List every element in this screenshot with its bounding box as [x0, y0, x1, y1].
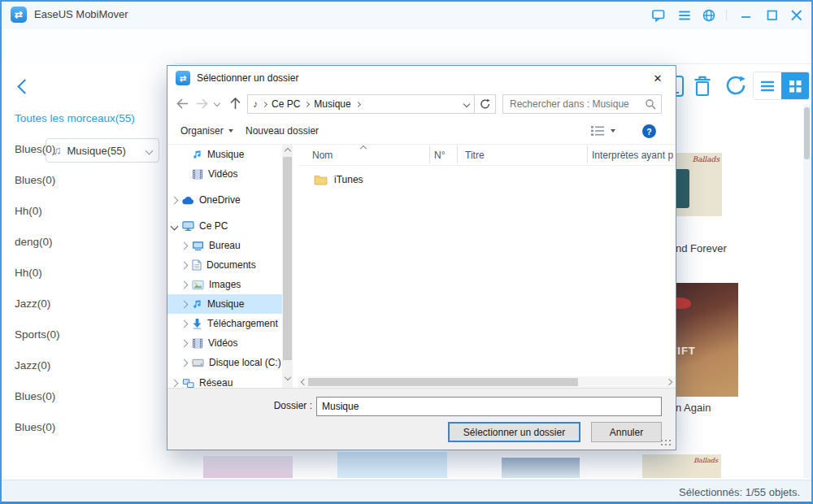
- column-header-interpretes[interactable]: Interprètes ayant p: [592, 150, 673, 161]
- expand-chevron-icon[interactable]: [171, 196, 179, 204]
- breadcrumb[interactable]: ♪ Ce PC Musique: [247, 94, 475, 114]
- delete-trash-icon[interactable]: [691, 73, 714, 98]
- playlist-item[interactable]: Blues(0): [15, 143, 165, 159]
- tree-item-images[interactable]: Images: [181, 275, 241, 294]
- expand-chevron-icon[interactable]: [180, 300, 189, 308]
- breadcrumb-item-musique[interactable]: Musique: [314, 98, 350, 110]
- tree-item-musique-qa[interactable]: Musique: [192, 145, 244, 164]
- cancel-button[interactable]: Annuler: [591, 422, 662, 442]
- address-dropdown-chevron-icon[interactable]: [463, 101, 470, 107]
- column-separator[interactable]: [429, 146, 430, 163]
- playlist-item[interactable]: Jazz(0): [15, 298, 165, 314]
- expand-chevron-icon[interactable]: [180, 241, 189, 250]
- tree-item-disque-c[interactable]: Disque local (C:): [181, 353, 281, 372]
- refresh-icon[interactable]: [724, 74, 747, 97]
- search-input[interactable]: [508, 98, 645, 111]
- download-icon: [192, 318, 202, 329]
- forward-arrow-icon[interactable]: [195, 98, 209, 110]
- back-chevron-icon[interactable]: [17, 79, 32, 93]
- help-button[interactable]: ?: [642, 124, 656, 138]
- expand-chevron-icon[interactable]: [180, 339, 189, 347]
- organize-label: Organiser: [180, 125, 224, 137]
- playlist-item[interactable]: Jazz(0): [15, 359, 165, 376]
- album-art[interactable]: [502, 458, 580, 478]
- folder-name-input[interactable]: [316, 397, 662, 416]
- search-icon[interactable]: [645, 98, 656, 110]
- new-folder-button[interactable]: Nouveau dossier: [246, 125, 319, 137]
- maximize-icon[interactable]: [764, 7, 780, 24]
- album-art[interactable]: [203, 456, 293, 478]
- tree-item-videos-qa[interactable]: Vidéos: [192, 164, 237, 184]
- tree-label: Téléchargement: [207, 318, 278, 329]
- album-art[interactable]: Ballads: [642, 454, 721, 478]
- playlist-item[interactable]: Blues(0): [15, 421, 165, 437]
- tree-item-videos[interactable]: Vidéos: [181, 333, 237, 353]
- song-title-partial[interactable]: n Again: [676, 402, 711, 414]
- film-icon: [192, 169, 203, 180]
- status-bar: Sélectionnés: 1/55 objets.: [0, 480, 813, 504]
- tree-item-documents[interactable]: Documents: [181, 255, 256, 275]
- playlist-item[interactable]: Hh(0): [15, 267, 165, 283]
- dialog-app-glyph: ⇄: [180, 74, 186, 83]
- minimize-icon[interactable]: [738, 7, 754, 24]
- tree-label: Réseau: [199, 377, 233, 388]
- playlist-item[interactable]: Blues(0): [15, 390, 165, 406]
- playlist-item[interactable]: Sports(0): [15, 328, 165, 345]
- dropdown-triangle-icon: [228, 129, 233, 133]
- close-window-icon[interactable]: [789, 7, 805, 24]
- column-header-titre[interactable]: Titre: [465, 150, 485, 161]
- expand-chevron-icon[interactable]: [171, 379, 179, 387]
- select-folder-button[interactable]: Sélectionner un dossier: [448, 422, 580, 442]
- tree-item-reseau[interactable]: Réseau: [172, 373, 233, 388]
- column-header-no[interactable]: N°: [434, 150, 445, 161]
- content-scrollbar-thumb[interactable]: [804, 107, 810, 159]
- tree-item-telechargement[interactable]: Téléchargement: [181, 314, 278, 333]
- tree-scrollbar-thumb[interactable]: [283, 157, 292, 360]
- resize-grip[interactable]: [660, 439, 672, 447]
- expand-chevron-icon[interactable]: [180, 280, 189, 289]
- song-title-partial[interactable]: nd Forever: [676, 242, 727, 254]
- list-view-icon: [759, 79, 776, 93]
- tree-item-onedrive[interactable]: OneDrive: [172, 190, 241, 210]
- folder-icon: [314, 174, 328, 185]
- column-separator[interactable]: [457, 146, 458, 163]
- onedrive-cloud-icon: [182, 196, 194, 205]
- list-hscrollbar-thumb[interactable]: [308, 378, 578, 386]
- tree-item-cepc[interactable]: Ce PC: [172, 216, 228, 236]
- column-header-nom[interactable]: Nom: [312, 150, 333, 161]
- tree-item-bureau[interactable]: Bureau: [181, 236, 241, 255]
- back-arrow-icon[interactable]: [176, 98, 189, 110]
- breadcrumb-separator-icon: [262, 101, 267, 106]
- tree-item-musique-selected[interactable]: Musique: [167, 294, 282, 314]
- playlist-item-all[interactable]: Toutes les morceaux(55): [15, 112, 165, 128]
- refresh-address-button[interactable]: [475, 94, 496, 114]
- organize-menu[interactable]: Organiser: [180, 125, 233, 137]
- album-art[interactable]: [337, 452, 447, 478]
- playlist-item[interactable]: Blues(0): [15, 174, 165, 190]
- tree-label: Vidéos: [208, 337, 237, 349]
- change-view-button[interactable]: [590, 125, 615, 137]
- grid-view-button[interactable]: [781, 72, 809, 99]
- selection-status: Sélectionnés: 1/55 objets.: [679, 486, 800, 498]
- language-globe-icon[interactable]: [701, 7, 717, 24]
- list-view-button[interactable]: [754, 72, 781, 99]
- feedback-chat-icon[interactable]: [650, 7, 667, 24]
- dropdown-triangle-icon: [611, 129, 615, 133]
- playlist-item[interactable]: Hh(0): [15, 205, 165, 221]
- content-scrollbar-track[interactable]: [803, 104, 811, 478]
- up-arrow-icon[interactable]: [229, 97, 241, 111]
- menu-icon[interactable]: [676, 7, 693, 24]
- history-chevron-icon[interactable]: [214, 100, 220, 106]
- expand-chevron-icon[interactable]: [180, 319, 189, 328]
- playlist-item[interactable]: deng(0): [15, 236, 165, 252]
- expand-chevron-icon[interactable]: [180, 358, 189, 367]
- refresh-small-icon: [480, 98, 491, 110]
- computer-icon: [182, 220, 194, 232]
- app-logo-icon: ⇄: [11, 7, 27, 23]
- collapse-chevron-icon[interactable]: [171, 222, 179, 230]
- expand-chevron-icon[interactable]: [180, 261, 189, 269]
- dialog-close-button[interactable]: ✕: [645, 67, 671, 89]
- file-row-itunes[interactable]: iTunes: [314, 170, 363, 189]
- breadcrumb-item-cepc[interactable]: Ce PC: [272, 98, 300, 110]
- column-separator[interactable]: [587, 146, 588, 163]
